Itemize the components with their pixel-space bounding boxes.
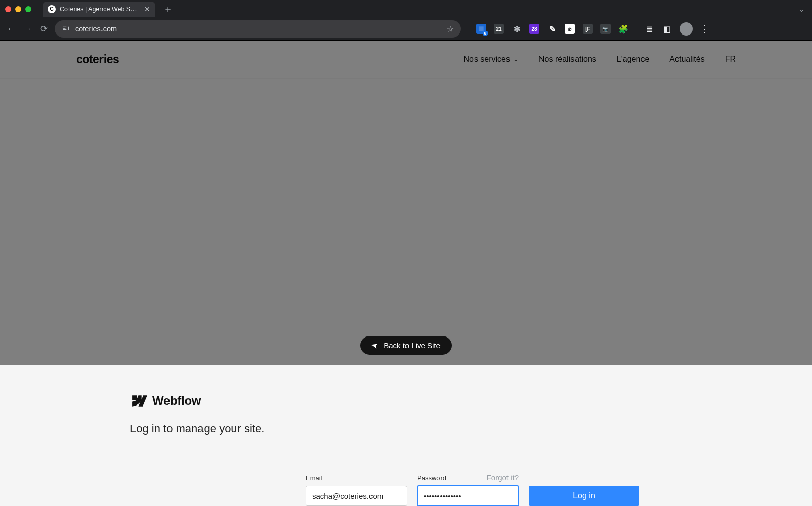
- window-controls: [5, 6, 31, 12]
- tab-bar: C Coteries | Agence Web Suisse ✕ ＋ ⌄: [0, 0, 812, 18]
- tab-close-icon[interactable]: ✕: [144, 5, 150, 13]
- browser-chrome: C Coteries | Agence Web Suisse ✕ ＋ ⌄ ← →…: [0, 0, 812, 41]
- webflow-logo-text: Webflow: [152, 394, 201, 408]
- toolbar-divider: [636, 24, 636, 34]
- bookmark-star-icon[interactable]: ☆: [447, 24, 454, 34]
- nav-back-icon[interactable]: ←: [6, 24, 16, 35]
- extension-icon[interactable]: 6: [476, 24, 486, 34]
- back-to-live-site-button[interactable]: Back to Live Site: [360, 336, 452, 355]
- extensions-row: 6 21 ✻ 28 ✎ ⎚ [F 📷 🧩 ≣ ◧ ⋮: [476, 22, 709, 36]
- profile-avatar-icon[interactable]: [680, 22, 693, 36]
- reading-list-icon[interactable]: ≣: [644, 24, 654, 34]
- window-close-icon[interactable]: [5, 6, 11, 12]
- extension-gear-icon[interactable]: ✻: [512, 24, 522, 34]
- email-label: Email: [306, 474, 322, 482]
- new-tab-button[interactable]: ＋: [160, 3, 176, 15]
- side-panel-icon[interactable]: ◧: [662, 24, 672, 34]
- browser-tab[interactable]: C Coteries | Agence Web Suisse ✕: [43, 2, 155, 17]
- editor-dim-overlay: Back to Live Site: [0, 41, 812, 365]
- window-minimize-icon[interactable]: [15, 6, 21, 12]
- browser-toolbar: ← → ⟳ coteries.com ☆ 6 21 ✻ 28 ✎ ⎚ [F 📷 …: [0, 18, 812, 40]
- login-button[interactable]: Log in: [529, 486, 639, 506]
- back-button-label: Back to Live Site: [384, 341, 441, 350]
- password-input[interactable]: [417, 486, 519, 506]
- tab-favicon-icon: C: [48, 5, 56, 13]
- webflow-mark-icon: [130, 395, 147, 407]
- extension-icon[interactable]: 28: [529, 24, 539, 34]
- browser-menu-icon[interactable]: ⋮: [700, 23, 709, 35]
- forgot-password-link[interactable]: Forgot it?: [487, 473, 519, 482]
- extension-camera-icon[interactable]: 📷: [600, 24, 611, 34]
- cursor-icon: [370, 341, 380, 350]
- email-field-group: Email: [306, 474, 407, 506]
- extension-icon[interactable]: ⎚: [565, 24, 575, 34]
- window-maximize-icon[interactable]: [25, 6, 31, 12]
- site-info-icon[interactable]: [62, 24, 70, 34]
- extension-icon[interactable]: 21: [494, 24, 504, 34]
- nav-forward-icon: →: [22, 24, 32, 35]
- extension-icon[interactable]: [F: [583, 24, 593, 34]
- tab-title: Coteries | Agence Web Suisse: [60, 6, 140, 13]
- nav-reload-icon[interactable]: ⟳: [39, 23, 49, 35]
- tabs-dropdown-icon[interactable]: ⌄: [799, 5, 805, 13]
- extension-badge: 6: [483, 31, 488, 36]
- password-field-group: Password Forgot it?: [417, 473, 519, 506]
- address-bar[interactable]: coteries.com ☆: [55, 20, 461, 38]
- webflow-logo: Webflow: [130, 394, 277, 408]
- url-text: coteries.com: [75, 25, 442, 33]
- password-label: Password: [417, 474, 446, 482]
- webflow-login-panel: Webflow Log in to manage your site. Emai…: [0, 365, 812, 506]
- email-input[interactable]: [306, 486, 407, 506]
- webflow-subtitle: Log in to manage your site.: [130, 422, 277, 435]
- page-content: coteries Nos services ⌄ Nos réalisations…: [0, 41, 812, 506]
- extensions-puzzle-icon[interactable]: 🧩: [618, 24, 628, 34]
- extension-eyedropper-icon[interactable]: ✎: [547, 24, 557, 34]
